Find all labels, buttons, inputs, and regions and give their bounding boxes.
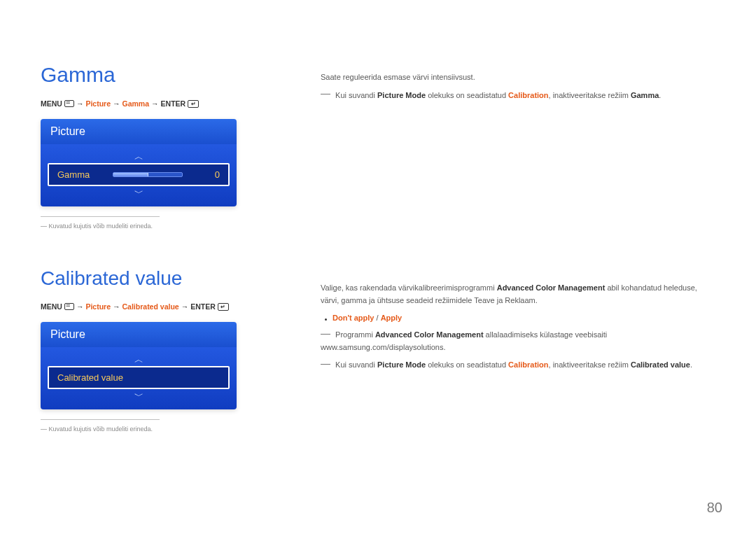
gamma-title: Gamma [41, 63, 279, 87]
osd-panel-title: Picture [41, 322, 237, 347]
enter-label: ENTER [161, 99, 186, 108]
option-dont-apply: Don't apply [332, 314, 374, 322]
option-apply: Apply [381, 314, 402, 322]
crumb-picture: Picture [85, 99, 111, 108]
menu-icon [64, 100, 74, 107]
gamma-desc-line1: Saate reguleerida esmase värvi intensiiv… [321, 71, 715, 84]
dash-icon [321, 364, 330, 365]
calibrated-section: Calibrated value MENU → Picture → Calibr… [41, 267, 279, 433]
chevron-up-icon[interactable]: ︿ [48, 152, 230, 161]
menu-label: MENU [41, 99, 62, 108]
arrow-sep: → [113, 302, 120, 311]
bullet-icon [325, 318, 327, 321]
chevron-down-icon[interactable]: ﹀ [48, 391, 230, 400]
osd-panel-title: Picture [41, 119, 237, 144]
divider [41, 419, 160, 420]
menu-label: MENU [41, 302, 62, 311]
arrow-sep: → [76, 302, 84, 311]
gamma-slider[interactable] [113, 172, 183, 177]
calib-desc-line3: Programmi Advanced Color Management alla… [321, 329, 715, 353]
divider [41, 216, 160, 217]
enter-icon [218, 303, 229, 311]
arrow-sep: → [76, 99, 84, 108]
calibrated-osd-panel: Picture ︿ Calibrated value ﹀ [41, 322, 237, 409]
chevron-up-icon[interactable]: ︿ [48, 355, 230, 364]
gamma-caption: ― Kuvatud kujutis võib mudeliti erineda. [41, 223, 279, 230]
calib-options: Don't apply / Apply [325, 312, 715, 325]
gamma-osd-panel: Picture ︿ Gamma 0 ﹀ [41, 119, 237, 206]
calibrated-caption: ― Kuvatud kujutis võib mudeliti erineda. [41, 426, 279, 433]
calib-desc-line1: Valige, kas rakendada värvikalibreerimis… [321, 282, 715, 307]
crumb-gamma: Gamma [122, 99, 150, 108]
menu-icon [64, 303, 74, 310]
crumb-calibrated: Calibrated value [122, 302, 179, 311]
gamma-desc-line2: Kui suvandi Picture Mode olekuks on sead… [321, 90, 715, 102]
dash-icon [321, 334, 330, 335]
calibrated-row[interactable]: Calibrated value [48, 366, 230, 389]
calibrated-title: Calibrated value [41, 267, 279, 290]
page-number: 80 [707, 500, 722, 516]
gamma-breadcrumb: MENU → Picture → Gamma → ENTER [41, 99, 279, 108]
gamma-row[interactable]: Gamma 0 [48, 163, 230, 186]
gamma-section: Gamma MENU → Picture → Gamma → ENTER Pic… [41, 63, 279, 230]
arrow-sep: → [151, 99, 159, 108]
arrow-sep: → [113, 99, 120, 108]
chevron-down-icon[interactable]: ﹀ [48, 188, 230, 197]
arrow-sep: → [181, 302, 189, 311]
dash-icon [321, 94, 330, 94]
calibrated-breadcrumb: MENU → Picture → Calibrated value → ENTE… [41, 302, 279, 311]
calib-desc-line4: Kui suvandi Picture Mode olekuks on sead… [321, 359, 715, 372]
crumb-picture: Picture [85, 302, 111, 311]
enter-label: ENTER [190, 302, 216, 311]
gamma-value: 0 [210, 169, 220, 180]
gamma-row-label: Gamma [57, 169, 90, 180]
enter-icon [188, 100, 199, 108]
calibrated-row-label: Calibrated value [57, 372, 123, 383]
